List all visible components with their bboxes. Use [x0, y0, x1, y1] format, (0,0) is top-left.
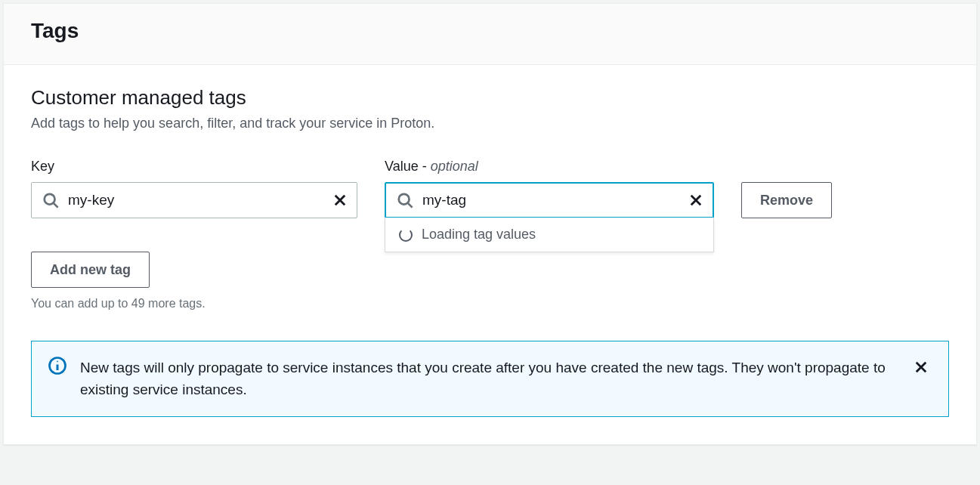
clear-value-button[interactable] [685, 190, 706, 211]
panel-body: Customer managed tags Add tags to help y… [4, 65, 976, 444]
remove-column: Remove [741, 159, 832, 218]
value-dropdown: Loading tag values [385, 218, 714, 252]
alert-dismiss-button[interactable] [910, 357, 932, 378]
close-icon [332, 193, 348, 208]
section-heading: Customer managed tags [31, 86, 949, 110]
value-input[interactable] [386, 184, 713, 217]
section-description: Add tags to help you search, filter, and… [31, 116, 949, 131]
close-icon [914, 360, 929, 375]
add-new-tag-button[interactable]: Add new tag [31, 252, 150, 288]
key-input-wrapper[interactable] [31, 182, 357, 218]
panel-header: Tags [4, 4, 976, 65]
svg-point-10 [57, 361, 58, 363]
tag-limit-text: You can add up to 49 more tags. [31, 297, 949, 310]
value-label-text: Value [385, 159, 419, 174]
remove-spacer-label [741, 159, 832, 175]
remove-button[interactable]: Remove [741, 182, 832, 218]
close-icon [688, 193, 703, 208]
value-column: Value - optional [385, 159, 714, 218]
value-label: Value - optional [385, 159, 714, 175]
value-optional-text: optional [431, 159, 478, 174]
dropdown-loading-text: Loading tag values [422, 227, 536, 242]
panel-title: Tags [31, 19, 949, 43]
tag-row: Key [31, 159, 949, 218]
clear-key-button[interactable] [329, 190, 351, 211]
info-alert: New tags will only propagate to service … [31, 341, 949, 417]
key-column: Key [31, 159, 357, 218]
tags-panel: Tags Customer managed tags Add tags to h… [3, 3, 977, 445]
info-icon [48, 357, 66, 375]
key-label: Key [31, 159, 357, 175]
spinner-icon [399, 228, 413, 242]
alert-message: New tags will only propagate to service … [80, 357, 897, 401]
value-input-wrapper[interactable] [385, 182, 714, 218]
key-input[interactable] [32, 183, 357, 218]
add-tag-row: Add new tag You can add up to 49 more ta… [31, 252, 949, 310]
